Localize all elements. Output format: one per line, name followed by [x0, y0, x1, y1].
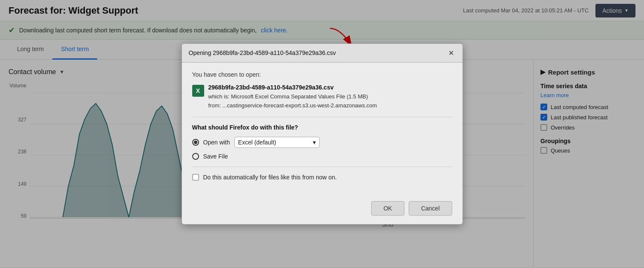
modal-divider-2	[192, 167, 452, 167]
file-source: from: ...castingservice-forecast-export.…	[208, 101, 452, 110]
ok-button[interactable]: OK	[371, 201, 404, 216]
modal-close-button[interactable]: ✕	[447, 49, 456, 57]
save-file-label: Save File	[203, 153, 228, 160]
modal-overlay: Opening 2968b9fa-23bd-4589-a110-54a379e2…	[0, 0, 644, 268]
modal-question: What should Firefox do with this file?	[192, 124, 452, 131]
file-type: which is: Microsoft Excel Comma Separate…	[208, 92, 452, 101]
file-details: 2968b9fa-23bd-4589-a110-54a379e29a36.csv…	[208, 84, 452, 110]
dropdown-chevron-icon: ▾	[313, 139, 316, 146]
auto-label: Do this automatically for files like thi…	[203, 174, 337, 181]
modal-divider	[192, 117, 452, 117]
file-name: 2968b9fa-23bd-4589-a110-54a379e29a36.csv	[208, 84, 452, 91]
modal-subtitle: You have chosen to open:	[192, 71, 452, 78]
modal-header: Opening 2968b9fa-23bd-4589-a110-54a379e2…	[182, 44, 462, 63]
radio-save-file[interactable]	[192, 153, 199, 160]
open-with-label: Open with	[203, 139, 230, 146]
radio-inner-dot	[194, 141, 197, 144]
open-with-dropdown[interactable]: Excel (default) ▾	[234, 137, 320, 148]
modal-footer: OK Cancel	[182, 196, 462, 224]
excel-icon: X	[192, 85, 204, 97]
open-with-app: Excel (default)	[238, 139, 276, 146]
radio-open-with-row: Open with Excel (default) ▾	[192, 137, 452, 148]
modal-body: You have chosen to open: X 2968b9fa-23bd…	[182, 63, 462, 196]
file-info-box: X 2968b9fa-23bd-4589-a110-54a379e29a36.c…	[192, 84, 452, 110]
file-open-modal: Opening 2968b9fa-23bd-4589-a110-54a379e2…	[182, 43, 463, 225]
auto-checkbox[interactable]	[192, 174, 199, 181]
auto-checkbox-row: Do this automatically for files like thi…	[192, 174, 452, 181]
radio-save-file-row: Save File	[192, 153, 452, 160]
modal-title: Opening 2968b9fa-23bd-4589-a110-54a379e2…	[189, 49, 336, 56]
radio-open-with[interactable]	[192, 139, 199, 146]
cancel-button[interactable]: Cancel	[409, 201, 452, 216]
